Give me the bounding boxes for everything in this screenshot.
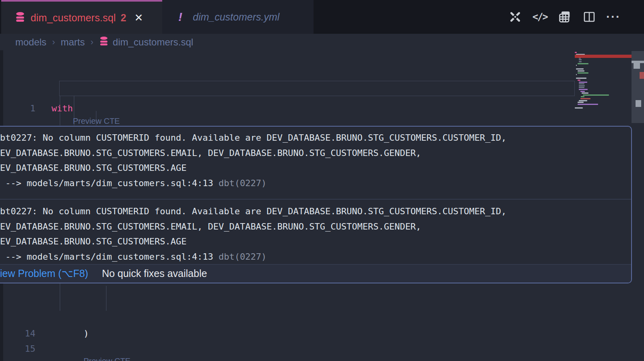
breadcrumb-marts[interactable]: marts [61,37,85,48]
error-message-line: EV_DATABASE.BRUNO.STG_CUSTOMERS.AGE [0,160,628,176]
tab-dim-customers-sql[interactable]: dim_customers.sql 2 ✕ [1,0,162,34]
database-icon [15,12,25,24]
popup-divider [0,199,632,199]
error-location: --> models/marts/dim_customers.sql:4:13 [0,178,219,188]
code-line-15[interactable]: 15 [0,341,576,356]
code-text: with [52,103,73,113]
view-problem-link[interactable]: iew Problem (⌥F8) [0,268,88,279]
current-line-highlight [59,81,575,96]
error-source-code: dbt(0227) [219,252,266,262]
minimap-line [575,107,583,109]
error-location: --> models/marts/dim_customers.sql:4:13 [0,252,219,262]
compile-code-icon[interactable]: </> [533,11,547,23]
minimap-line [578,63,588,64]
error-source-code: dbt(0227) [219,178,266,188]
minimap-line [576,65,577,66]
tab-dim-customers-yml[interactable]: ! dim_customers.yml [162,0,314,34]
error-location-line: --> models/marts/dim_customers.sql:4:13 … [0,249,628,265]
minimap-line [579,83,584,84]
error-exclamation-icon: ! [178,10,182,24]
error-message-1: bt0227: No column CUSTOMERID found. Avai… [0,127,628,191]
error-message-line: bt0227: No column CUSTOMERID found. Avai… [0,130,628,146]
tab-badge: 2 [121,12,126,24]
line-number: 1 [0,103,35,113]
code-token: with [52,103,73,113]
minimap-line [578,102,584,103]
overview-ruler-error-decoration [640,72,644,79]
overview-ruler-decoration [636,100,641,107]
line-number: 14 [0,328,35,338]
editor-actions-group: </> ··· [508,0,621,34]
line-number: 15 [0,344,35,354]
database-icon [99,36,109,48]
code-line-14[interactable]: 14) [0,326,576,341]
code-token: ) [84,328,89,338]
query-results-icon[interactable] [558,10,572,24]
minimap-line [579,100,587,101]
minimap-line [579,85,585,86]
minimap-line [580,98,591,99]
scrollbar [632,50,644,361]
chevron-right-icon: › [91,37,93,47]
code-lens-preview-cte[interactable]: Preview CTE [84,357,131,361]
minimap-line [583,94,609,96]
minimap-line [576,74,577,75]
code-text: ) [84,328,89,338]
minimap-line [579,61,582,62]
split-editor-icon[interactable] [583,10,596,23]
error-message-line: EV_DATABASE.BRUNO.STG_CUSTOMERS.EMAIL, D… [0,219,628,234]
chevron-right-icon: › [52,37,55,47]
minimap-line [579,89,588,90]
minimap-line [579,82,587,83]
editor-tab-bar: dim_customers.sql 2 ✕ ! dim_customers.ym… [0,0,644,34]
indent-guide [106,286,107,311]
error-location-line: --> models/marts/dim_customers.sql:4:13 … [0,176,628,191]
close-icon[interactable]: ✕ [134,12,143,23]
minimap-line [581,96,584,97]
minimap-line [579,59,582,60]
minimap-line [576,78,586,79]
dbt-icon[interactable] [508,10,522,24]
minimap-error-marker [575,55,632,58]
no-quick-fixes-label: No quick fixes available [102,268,207,279]
overview-ruler-decoration [634,63,640,69]
error-hover-popup: bt0227: No column CUSTOMERID found. Avai… [0,126,632,283]
tab-label: dim_customers.yml [193,11,279,23]
minimap-line [576,68,584,70]
minimap-line [578,72,588,74]
breadcrumb-models[interactable]: models [15,37,46,48]
vscode-window: dim_customers.sql 2 ✕ ! dim_customers.ym… [0,0,644,361]
minimap-line [582,92,588,94]
breadcrumb: models › marts › dim_customers.sql [0,34,644,50]
minimap-line [579,87,584,88]
minimap-line [580,91,585,92]
breadcrumb-file[interactable]: dim_customers.sql [99,36,193,48]
tab-label: dim_customers.sql [31,12,116,24]
code-line-1[interactable]: 1with [0,101,576,116]
minimap-line [578,104,598,105]
minimap-line [575,52,577,53]
error-message-line: EV_DATABASE.BRUNO.STG_CUSTOMERS.EMAIL, D… [0,146,628,161]
code-lens-preview-cte[interactable]: Preview CTE [73,117,120,126]
popup-status-bar: iew Problem (⌥F8) No quick fixes availab… [0,264,632,283]
error-message-line: bt0227: No column CUSTOMERID found. Avai… [0,204,628,219]
error-message-line: EV_DATABASE.BRUNO.STG_CUSTOMERS.AGE [0,234,628,249]
error-message-2: bt0227: No column CUSTOMERID found. Avai… [0,204,628,264]
minimap-line [578,70,584,72]
more-actions-icon[interactable]: ··· [606,14,621,19]
minimap-line [578,80,580,81]
